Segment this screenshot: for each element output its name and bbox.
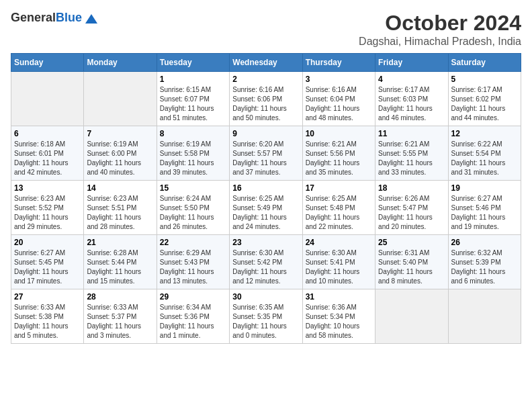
calendar-table: SundayMondayTuesdayWednesdayThursdayFrid… <box>11 53 521 344</box>
calendar-cell: 4Sunrise: 6:17 AMSunset: 6:03 PMDaylight… <box>375 72 448 126</box>
day-number: 18 <box>378 183 445 193</box>
day-info: Sunrise: 6:32 AMSunset: 5:39 PMDaylight:… <box>451 248 518 286</box>
weekday-header: Saturday <box>448 54 521 72</box>
day-number: 6 <box>14 129 81 138</box>
weekday-header: Friday <box>375 54 448 72</box>
calendar-cell: 31Sunrise: 6:36 AMSunset: 5:34 PMDayligh… <box>302 289 375 344</box>
day-number: 5 <box>451 75 518 84</box>
day-info: Sunrise: 6:33 AMSunset: 5:37 PMDaylight:… <box>87 303 153 340</box>
day-number: 2 <box>232 75 299 84</box>
day-number: 8 <box>160 129 226 138</box>
weekday-header: Monday <box>84 54 157 72</box>
day-number: 3 <box>306 75 372 84</box>
calendar-cell: 25Sunrise: 6:31 AMSunset: 5:40 PMDayligh… <box>375 235 448 289</box>
day-info: Sunrise: 6:29 AMSunset: 5:43 PMDaylight:… <box>160 248 226 286</box>
day-info: Sunrise: 6:27 AMSunset: 5:45 PMDaylight:… <box>14 248 81 286</box>
day-info: Sunrise: 6:35 AMSunset: 5:35 PMDaylight:… <box>232 303 299 340</box>
day-number: 25 <box>378 238 445 247</box>
calendar-cell: 29Sunrise: 6:34 AMSunset: 5:36 PMDayligh… <box>157 289 229 344</box>
calendar-cell: 26Sunrise: 6:32 AMSunset: 5:39 PMDayligh… <box>448 235 521 289</box>
weekday-header-row: SundayMondayTuesdayWednesdayThursdayFrid… <box>11 54 521 72</box>
calendar-cell: 24Sunrise: 6:30 AMSunset: 5:41 PMDayligh… <box>302 235 375 289</box>
day-info: Sunrise: 6:23 AMSunset: 5:52 PMDaylight:… <box>14 194 81 232</box>
day-info: Sunrise: 6:16 AMSunset: 6:06 PMDaylight:… <box>232 85 299 123</box>
calendar-week-row: 1Sunrise: 6:15 AMSunset: 6:07 PMDaylight… <box>11 72 521 126</box>
weekday-header: Thursday <box>302 54 375 72</box>
day-info: Sunrise: 6:23 AMSunset: 5:51 PMDaylight:… <box>87 194 153 232</box>
calendar-cell: 10Sunrise: 6:21 AMSunset: 5:56 PMDayligh… <box>302 126 375 181</box>
calendar-week-row: 27Sunrise: 6:33 AMSunset: 5:38 PMDayligh… <box>11 289 521 344</box>
calendar-cell: 1Sunrise: 6:15 AMSunset: 6:07 PMDaylight… <box>157 72 229 126</box>
day-number: 19 <box>451 183 518 193</box>
day-number: 21 <box>87 238 153 247</box>
calendar-cell <box>448 289 521 344</box>
day-number: 28 <box>87 292 153 302</box>
weekday-header: Wednesday <box>230 54 302 72</box>
day-info: Sunrise: 6:26 AMSunset: 5:47 PMDaylight:… <box>378 194 445 232</box>
day-info: Sunrise: 6:30 AMSunset: 5:41 PMDaylight:… <box>306 248 372 286</box>
weekday-header: Sunday <box>11 54 84 72</box>
location-title: Dagshai, Himachal Pradesh, India <box>359 36 521 48</box>
day-number: 22 <box>160 238 226 247</box>
day-info: Sunrise: 6:21 AMSunset: 5:55 PMDaylight:… <box>378 140 445 177</box>
day-number: 13 <box>14 183 81 193</box>
calendar-cell: 13Sunrise: 6:23 AMSunset: 5:52 PMDayligh… <box>11 181 84 235</box>
calendar-cell: 6Sunrise: 6:18 AMSunset: 6:01 PMDaylight… <box>11 126 84 181</box>
calendar-cell: 17Sunrise: 6:25 AMSunset: 5:48 PMDayligh… <box>302 181 375 235</box>
day-number: 29 <box>160 292 226 302</box>
day-info: Sunrise: 6:17 AMSunset: 6:02 PMDaylight:… <box>451 85 518 123</box>
day-info: Sunrise: 6:21 AMSunset: 5:56 PMDaylight:… <box>306 140 372 177</box>
day-number: 24 <box>306 238 372 247</box>
day-number: 30 <box>232 292 299 302</box>
calendar-cell: 14Sunrise: 6:23 AMSunset: 5:51 PMDayligh… <box>84 181 157 235</box>
calendar-cell: 27Sunrise: 6:33 AMSunset: 5:38 PMDayligh… <box>11 289 84 344</box>
calendar-cell: 2Sunrise: 6:16 AMSunset: 6:06 PMDaylight… <box>230 72 302 126</box>
day-number: 23 <box>232 238 299 247</box>
calendar-cell: 9Sunrise: 6:20 AMSunset: 5:57 PMDaylight… <box>230 126 302 181</box>
day-info: Sunrise: 6:16 AMSunset: 6:04 PMDaylight:… <box>306 85 372 123</box>
day-info: Sunrise: 6:19 AMSunset: 5:58 PMDaylight:… <box>160 140 226 177</box>
weekday-header: Tuesday <box>157 54 229 72</box>
calendar-cell <box>84 72 157 126</box>
day-info: Sunrise: 6:31 AMSunset: 5:40 PMDaylight:… <box>378 248 445 286</box>
day-number: 7 <box>87 129 153 138</box>
day-number: 16 <box>232 183 299 193</box>
calendar-cell <box>11 72 84 126</box>
day-number: 31 <box>306 292 372 302</box>
calendar-cell: 20Sunrise: 6:27 AMSunset: 5:45 PMDayligh… <box>11 235 84 289</box>
day-info: Sunrise: 6:28 AMSunset: 5:44 PMDaylight:… <box>87 248 153 286</box>
calendar-cell: 18Sunrise: 6:26 AMSunset: 5:47 PMDayligh… <box>375 181 448 235</box>
title-area: October 2024 Dagshai, Himachal Pradesh, … <box>359 11 521 48</box>
day-info: Sunrise: 6:24 AMSunset: 5:50 PMDaylight:… <box>160 194 226 232</box>
logo-text: GeneralBlue <box>11 11 97 25</box>
day-info: Sunrise: 6:20 AMSunset: 5:57 PMDaylight:… <box>232 140 299 177</box>
day-info: Sunrise: 6:22 AMSunset: 5:54 PMDaylight:… <box>451 140 518 177</box>
calendar-week-row: 6Sunrise: 6:18 AMSunset: 6:01 PMDaylight… <box>11 126 521 181</box>
day-info: Sunrise: 6:25 AMSunset: 5:48 PMDaylight:… <box>306 194 372 232</box>
page-header: GeneralBlue October 2024 Dagshai, Himach… <box>11 11 521 48</box>
day-info: Sunrise: 6:34 AMSunset: 5:36 PMDaylight:… <box>160 303 226 340</box>
calendar-cell: 15Sunrise: 6:24 AMSunset: 5:50 PMDayligh… <box>157 181 229 235</box>
calendar-cell: 21Sunrise: 6:28 AMSunset: 5:44 PMDayligh… <box>84 235 157 289</box>
logo-blue: Blue <box>56 11 82 24</box>
day-number: 12 <box>451 129 518 138</box>
logo: GeneralBlue <box>11 11 97 25</box>
day-info: Sunrise: 6:15 AMSunset: 6:07 PMDaylight:… <box>160 85 226 123</box>
calendar-cell: 12Sunrise: 6:22 AMSunset: 5:54 PMDayligh… <box>448 126 521 181</box>
logo-general: General <box>11 11 56 24</box>
day-number: 9 <box>232 129 299 138</box>
calendar-cell: 11Sunrise: 6:21 AMSunset: 5:55 PMDayligh… <box>375 126 448 181</box>
svg-marker-0 <box>85 14 97 24</box>
logo-icon <box>85 14 97 24</box>
day-info: Sunrise: 6:30 AMSunset: 5:42 PMDaylight:… <box>232 248 299 286</box>
day-number: 27 <box>14 292 81 302</box>
calendar-cell: 28Sunrise: 6:33 AMSunset: 5:37 PMDayligh… <box>84 289 157 344</box>
calendar-week-row: 20Sunrise: 6:27 AMSunset: 5:45 PMDayligh… <box>11 235 521 289</box>
month-title: October 2024 <box>359 11 521 36</box>
day-number: 20 <box>14 238 81 247</box>
calendar-cell: 8Sunrise: 6:19 AMSunset: 5:58 PMDaylight… <box>157 126 229 181</box>
day-number: 15 <box>160 183 226 193</box>
day-info: Sunrise: 6:25 AMSunset: 5:49 PMDaylight:… <box>232 194 299 232</box>
day-number: 10 <box>306 129 372 138</box>
calendar-cell: 23Sunrise: 6:30 AMSunset: 5:42 PMDayligh… <box>230 235 302 289</box>
